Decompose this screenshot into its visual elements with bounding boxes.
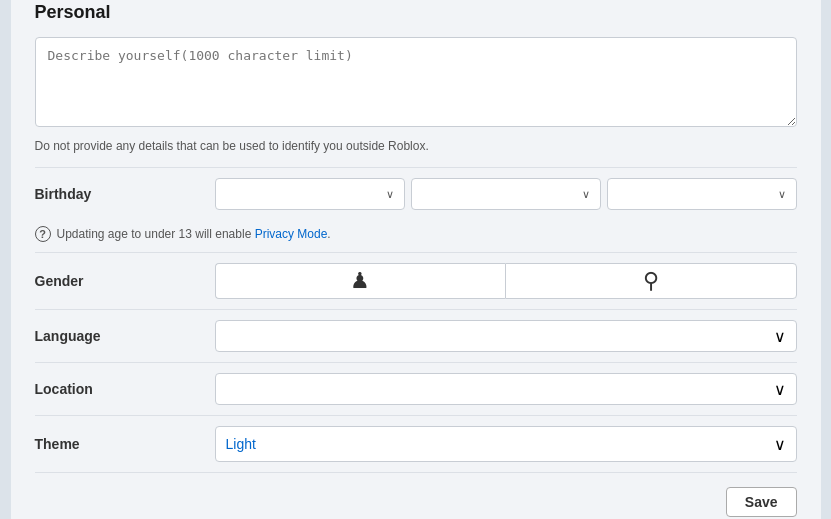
- female-icon: ⚲: [643, 268, 659, 294]
- chevron-down-icon: ∨: [582, 188, 590, 201]
- theme-select[interactable]: Light ∨: [215, 426, 797, 462]
- age-note-text: Updating age to under 13 will enable Pri…: [57, 227, 331, 241]
- theme-value: Light: [226, 436, 256, 452]
- location-label: Location: [35, 381, 215, 397]
- language-control: ∨: [215, 320, 797, 352]
- chevron-down-icon: ∨: [778, 188, 786, 201]
- privacy-note: Do not provide any details that can be u…: [35, 139, 797, 153]
- bio-wrapper: [35, 37, 797, 131]
- location-row: Location ∨: [35, 362, 797, 415]
- privacy-mode-link[interactable]: Privacy Mode: [255, 227, 328, 241]
- location-control: ∨: [215, 373, 797, 405]
- panel-title: Personal: [35, 2, 797, 23]
- birthday-control: ∨ ∨ ∨: [215, 178, 797, 210]
- gender-male-button[interactable]: ♟: [215, 263, 506, 299]
- chevron-down-icon: ∨: [774, 435, 786, 454]
- birthday-label: Birthday: [35, 186, 215, 202]
- theme-control: Light ∨: [215, 426, 797, 462]
- chevron-down-icon: ∨: [386, 188, 394, 201]
- help-icon: ?: [35, 226, 51, 242]
- save-button[interactable]: Save: [726, 487, 797, 517]
- birthday-selects: ∨ ∨ ∨: [215, 178, 797, 210]
- gender-label: Gender: [35, 273, 215, 289]
- gender-control: ♟ ⚲: [215, 263, 797, 299]
- location-select[interactable]: ∨: [215, 373, 797, 405]
- birthday-year-select[interactable]: ∨: [607, 178, 797, 210]
- gender-female-button[interactable]: ⚲: [505, 263, 797, 299]
- male-icon: ♟: [350, 268, 370, 294]
- age-note-row: ? Updating age to under 13 will enable P…: [35, 220, 797, 252]
- save-row: Save: [35, 472, 797, 517]
- birthday-day-select[interactable]: ∨: [411, 178, 601, 210]
- gender-buttons: ♟ ⚲: [215, 263, 797, 299]
- personal-panel: Personal Do not provide any details that…: [11, 0, 821, 519]
- birthday-row: Birthday ∨ ∨ ∨: [35, 167, 797, 220]
- chevron-down-icon: ∨: [774, 327, 786, 346]
- language-label: Language: [35, 328, 215, 344]
- gender-row: Gender ♟ ⚲: [35, 252, 797, 309]
- language-row: Language ∨: [35, 309, 797, 362]
- chevron-down-icon: ∨: [774, 380, 786, 399]
- bio-textarea[interactable]: [35, 37, 797, 127]
- theme-label: Theme: [35, 436, 215, 452]
- theme-row: Theme Light ∨: [35, 415, 797, 472]
- language-select[interactable]: ∨: [215, 320, 797, 352]
- birthday-month-select[interactable]: ∨: [215, 178, 405, 210]
